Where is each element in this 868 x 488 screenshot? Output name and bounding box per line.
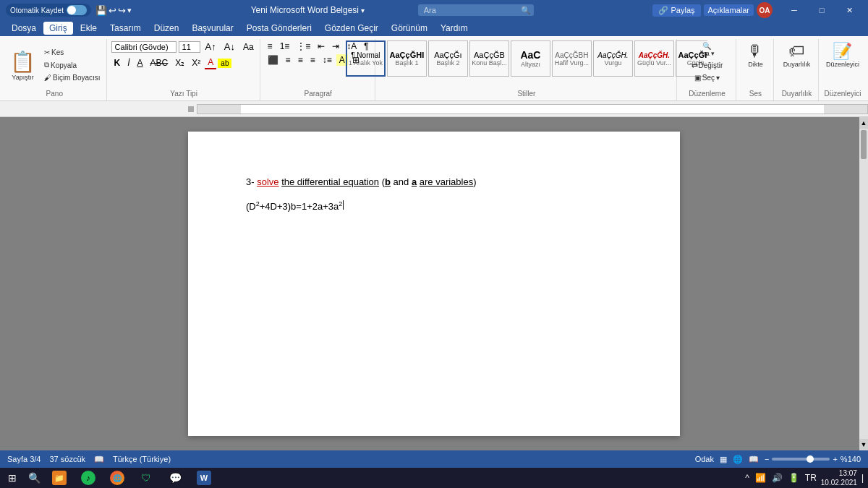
numbered-list-button[interactable]: 1≡ (277, 40, 293, 52)
font-name-selector[interactable]: Calibri (Gövde) (111, 41, 176, 53)
select-button[interactable]: ▣ Seç ▾ (692, 72, 723, 83)
taskbar-app-antivirus[interactable]: 🛡 (133, 468, 159, 487)
undo-icon[interactable]: ↩ (109, 5, 116, 16)
zoom-out-button[interactable]: − (765, 455, 769, 463)
read-mode-button[interactable]: 📖 (749, 455, 759, 464)
bold-button[interactable]: K (111, 57, 124, 69)
restore-button[interactable]: □ (809, 0, 835, 20)
sensitivity-button[interactable]: 🏷 Duyarlılık (780, 40, 814, 69)
focus-button[interactable]: Odak (695, 455, 714, 463)
menu-duzen[interactable]: Düzen (148, 22, 185, 35)
subscript-button[interactable]: X₂ (172, 57, 187, 69)
network-icon[interactable]: 📶 (754, 473, 767, 483)
taskbar-app-chat[interactable]: 💬 (162, 468, 188, 487)
taskbar-app-word[interactable]: W (191, 468, 217, 487)
word-count[interactable]: 37 sözcük (49, 455, 85, 463)
copy-button[interactable]: ⧉ Kopyala (41, 59, 103, 71)
taskbar-app-files[interactable]: 📁 (46, 468, 72, 487)
format-painter-button[interactable]: 🖌 Biçim Boyacısı (41, 72, 103, 83)
redo-icon[interactable]: ↪ (118, 5, 126, 16)
shrink-font-button[interactable]: A↓ (221, 40, 238, 53)
language-selector[interactable]: Türkçe (Türkiye) (113, 455, 171, 463)
comments-button[interactable]: Açıklamalar (704, 4, 754, 16)
document-page[interactable]: 3- solve the differential equation (b an… (188, 132, 680, 436)
multilevel-list-button[interactable]: ⋮≡ (294, 40, 313, 52)
style-intense-emphasis[interactable]: AaÇçĞH. Güçlü Vur... (634, 40, 674, 77)
menu-yardim[interactable]: Yardım (435, 22, 474, 35)
font-color-button[interactable]: A (205, 56, 216, 69)
menu-gozden[interactable]: Gözden Geçir (319, 22, 384, 35)
search-input[interactable] (418, 4, 534, 16)
zoom-track[interactable] (772, 458, 830, 461)
grow-font-button[interactable]: A↑ (203, 40, 219, 53)
cut-button[interactable]: ✂ Kes (41, 47, 103, 58)
scroll-up-button[interactable]: ▲ (859, 117, 868, 129)
strikethrough-button[interactable]: ABC (148, 57, 171, 69)
menu-dosya[interactable]: Dosya (6, 22, 42, 35)
line-spacing-button[interactable]: ↕≡ (320, 54, 335, 66)
save-icon[interactable]: 💾 (95, 5, 107, 16)
search-taskbar-button[interactable]: 🔍 (25, 468, 43, 487)
style-heading2[interactable]: AaÇçĞı Başlık 2 (428, 40, 468, 77)
zoom-level[interactable]: %140 (841, 455, 861, 463)
style-heading1[interactable]: AaÇçĞHI Başlık 1 (387, 40, 427, 77)
menu-basvurular[interactable]: Başvurular (186, 22, 239, 35)
customize-icon[interactable]: ▾ (127, 6, 132, 15)
language-icon[interactable]: TR (804, 473, 818, 483)
align-right-button[interactable]: ≡ (295, 54, 306, 66)
highlight-button[interactable]: ab (218, 59, 231, 68)
minimize-button[interactable]: ─ (781, 0, 807, 20)
stiller-label: Stiller (517, 90, 535, 99)
paste-button[interactable]: 📋 Yapıştır (6, 50, 40, 81)
style-topic[interactable]: AaÇçĞB Konu Başl... (469, 40, 509, 77)
menu-tasarim[interactable]: Tasarım (104, 22, 147, 35)
title-dropdown-icon[interactable]: ▾ (361, 7, 365, 14)
volume-icon[interactable]: 🔊 (770, 473, 784, 483)
menu-gorunum[interactable]: Görünüm (386, 22, 433, 35)
clock-display[interactable]: 13:07 10.02.2021 (821, 468, 857, 487)
menu-ekle[interactable]: Ekle (75, 22, 103, 35)
taskbar-app-music[interactable]: ♪ (75, 468, 101, 487)
dictate-button[interactable]: 🎙 Dikte (744, 40, 766, 69)
decrease-indent-button[interactable]: ⇤ (315, 40, 328, 52)
find-button[interactable]: 🔍 Ara ▾ (696, 40, 718, 59)
spell-check-icon[interactable]: 📖 (94, 455, 104, 464)
web-layout-button[interactable]: 🌐 (733, 455, 743, 464)
menu-posta[interactable]: Posta Gönderleri (241, 22, 318, 35)
increase-indent-button[interactable]: ⇥ (329, 40, 342, 52)
taskbar-app-browser[interactable]: 🌐 (104, 468, 130, 487)
scroll-thumb[interactable] (861, 130, 867, 159)
menu-giris[interactable]: Giriş (43, 22, 73, 35)
style-normal[interactable]: ¶ Normal 1 Aralık Yok (346, 40, 386, 77)
underline-button[interactable]: A (135, 57, 146, 69)
style-subtitle[interactable]: AaC Altyazı (511, 40, 550, 77)
ruler-tab-stop[interactable] (188, 106, 194, 112)
scroll-down-button[interactable]: ▼ (859, 439, 868, 450)
justify-button[interactable]: ≡ (307, 54, 318, 66)
page-info[interactable]: Sayfa 3/4 (7, 455, 41, 463)
align-left-button[interactable]: ⬛ (265, 54, 281, 66)
clear-format-button[interactable]: Aa (240, 41, 257, 53)
show-desktop-button[interactable]: | (860, 473, 865, 483)
autosave-toggle[interactable]: Otomatik Kaydet (6, 4, 91, 17)
style-subtle-emphasis[interactable]: AaÇçĞBH Hafif Vurg... (552, 40, 592, 77)
replace-button[interactable]: ⇄ Değiştir (689, 60, 726, 71)
editor-button[interactable]: 📝 Düzenleyici (823, 40, 862, 69)
close-button[interactable]: ✕ (836, 0, 862, 20)
autosave-pill[interactable] (67, 5, 87, 15)
align-center-button[interactable]: ≡ (283, 54, 294, 66)
style-emphasis[interactable]: AaÇçĞH. Vurgu (593, 40, 633, 77)
avatar[interactable]: OA (757, 2, 773, 18)
italic-button[interactable]: İ (124, 57, 132, 69)
superscript-button[interactable]: X² (189, 57, 203, 69)
battery-icon[interactable]: 🔋 (787, 473, 801, 483)
tray-expand-icon[interactable]: ^ (744, 473, 751, 483)
vertical-scrollbar[interactable]: ▲ ▼ (859, 117, 868, 450)
print-layout-button[interactable]: ▦ (720, 455, 727, 464)
bullets-button[interactable]: ≡ (265, 40, 276, 52)
font-size-selector[interactable]: 11 (179, 41, 200, 53)
start-button[interactable]: ⊞ (3, 468, 22, 487)
share-button[interactable]: 🔗 Paylaş (652, 4, 700, 17)
zoom-in-button[interactable]: + (833, 455, 837, 463)
zoom-thumb[interactable] (807, 455, 814, 463)
